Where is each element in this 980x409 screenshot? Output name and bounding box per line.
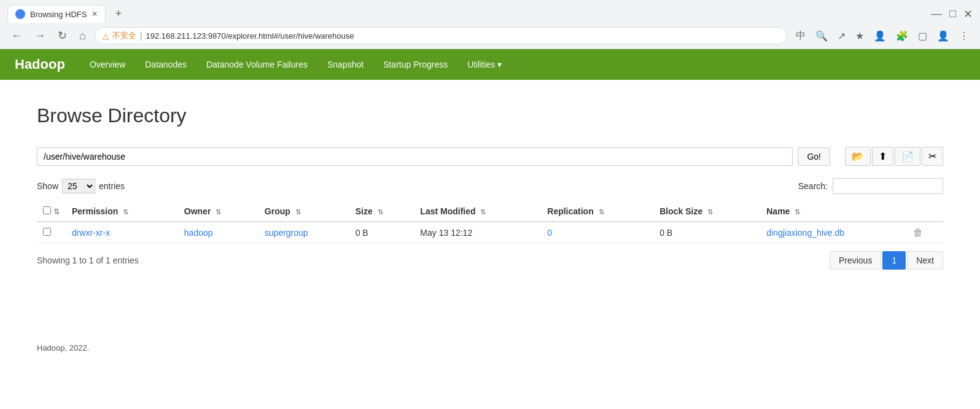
search-input[interactable] <box>833 178 943 194</box>
cell-delete: 🗑 <box>907 222 943 244</box>
extension-icon[interactable]: 🧩 <box>892 28 912 44</box>
cell-group: supergroup <box>259 222 349 244</box>
sort-lastmod-icon[interactable]: ⇅ <box>480 208 486 216</box>
delete-button[interactable]: 🗑 <box>913 227 923 238</box>
open-folder-button[interactable]: 📂 <box>845 147 871 166</box>
table-controls: Show 10 25 50 100 entries Search: <box>37 178 943 194</box>
show-label: Show <box>37 181 58 191</box>
address-bar[interactable]: △ 不安全 | 192.168.211.123:9870/explorer.ht… <box>95 27 787 44</box>
tab-title: Browsing HDFS <box>30 10 87 19</box>
sort-size-icon[interactable]: ⇅ <box>378 208 383 216</box>
cell-name: dingjiaxiong_hive.db <box>760 222 907 244</box>
nav-item-datanodes[interactable]: Datanodes <box>135 51 196 78</box>
search-label: Search: <box>798 181 828 191</box>
cell-last-modified: May 13 12:12 <box>414 222 541 244</box>
close-window-button[interactable]: ✕ <box>963 7 973 21</box>
menu-button[interactable]: ⋮ <box>955 28 973 44</box>
title-bar: Browsing HDFS × + — □ ✕ <box>0 0 980 23</box>
tab-favicon <box>15 9 25 19</box>
address-separator: | <box>140 31 142 41</box>
col-permission: Permission ⇅ <box>66 201 178 222</box>
cell-replication: 0 <box>541 222 653 244</box>
browser-tab[interactable]: Browsing HDFS × <box>7 5 106 23</box>
toolbar-icons: 中 🔍 ↗ ★ 👤 🧩 ▢ 👤 ⋮ <box>792 27 973 45</box>
profile-icon[interactable]: 👤 <box>870 28 890 44</box>
sort-replication-icon[interactable]: ⇅ <box>599 208 604 216</box>
hadoop-navbar: Hadoop Overview Datanodes Datanode Volum… <box>0 49 980 80</box>
cell-block-size: 0 B <box>653 222 760 244</box>
main-content: Browse Directory Go! 📂 ⬆ 📄 ✂ Show 10 25 … <box>0 80 980 294</box>
go-button[interactable]: Go! <box>798 147 830 166</box>
hadoop-brand[interactable]: Hadoop <box>15 56 65 72</box>
table-footer: Showing 1 to 1 of 1 entries Previous 1 N… <box>37 251 943 270</box>
permission-link[interactable]: drwxr-xr-x <box>72 228 110 238</box>
security-warning-text: 不安全 <box>112 30 136 41</box>
nav-item-overview[interactable]: Overview <box>80 51 135 78</box>
show-entries: Show 10 25 50 100 entries <box>37 179 125 193</box>
sidebar-icon[interactable]: ▢ <box>914 28 931 44</box>
page-title: Browse Directory <box>37 104 943 127</box>
nav-item-utilities[interactable]: Utilities ▾ <box>457 51 511 78</box>
window-controls: — □ ✕ <box>931 7 973 21</box>
name-link[interactable]: dingjiaxiong_hive.db <box>766 228 844 238</box>
col-name: Name ⇅ <box>760 201 907 222</box>
nav-items: Overview Datanodes Datanode Volume Failu… <box>80 51 511 78</box>
minimize-button[interactable]: — <box>931 7 942 20</box>
search-box: Search: <box>798 178 943 194</box>
upload-button[interactable]: ⬆ <box>872 147 893 166</box>
forward-button[interactable]: → <box>31 27 49 45</box>
browser-chrome: Browsing HDFS × + — □ ✕ ← → ↻ ⌂ △ 不安全 | … <box>0 0 980 49</box>
col-group: Group ⇅ <box>259 201 349 222</box>
share-icon[interactable]: ↗ <box>834 28 849 44</box>
row-checkbox[interactable] <box>43 228 51 236</box>
close-tab-button[interactable]: × <box>91 9 97 19</box>
col-owner: Owner ⇅ <box>178 201 259 222</box>
new-tab-button[interactable]: + <box>111 5 127 23</box>
directory-table: ⇅ Permission ⇅ Owner ⇅ Group ⇅ Size ⇅ <box>37 201 943 244</box>
owner-link[interactable]: hadoop <box>184 228 213 238</box>
table-row: drwxr-xr-x hadoop supergroup 0 B May 13 … <box>37 222 943 244</box>
security-warning-icon: △ <box>103 31 109 41</box>
reload-button[interactable]: ↻ <box>54 26 71 45</box>
nav-item-startup-progress[interactable]: Startup Progress <box>373 51 457 78</box>
next-button[interactable]: Next <box>907 251 943 270</box>
sort-blocksize-icon[interactable]: ⇅ <box>707 208 713 216</box>
sort-permission-icon[interactable]: ⇅ <box>123 208 128 216</box>
cell-permission: drwxr-xr-x <box>66 222 178 244</box>
back-button[interactable]: ← <box>7 27 26 45</box>
replication-link[interactable]: 0 <box>547 228 552 238</box>
showing-text: Showing 1 to 1 of 1 entries <box>37 255 139 265</box>
sort-owner-icon[interactable]: ⇅ <box>216 208 221 216</box>
footer-text: Hadoop, 2022. <box>37 343 89 353</box>
search-icon[interactable]: 🔍 <box>812 28 831 44</box>
sort-name-icon[interactable]: ⇅ <box>795 208 800 216</box>
entries-select[interactable]: 10 25 50 100 <box>62 179 95 193</box>
page-1-button[interactable]: 1 <box>882 251 906 270</box>
site-footer: Hadoop, 2022. <box>0 331 980 365</box>
select-all-checkbox[interactable] <box>43 206 51 214</box>
col-block-size: Block Size ⇅ <box>653 201 760 222</box>
path-row: Go! 📂 ⬆ 📄 ✂ <box>37 147 943 166</box>
action-buttons: 📂 ⬆ 📄 ✂ <box>845 147 943 166</box>
pagination: Previous 1 Next <box>830 251 943 270</box>
group-link[interactable]: supergroup <box>265 228 308 238</box>
nav-item-dv-failures[interactable]: Datanode Volume Failures <box>196 51 317 78</box>
sort-group-icon[interactable]: ⇅ <box>295 208 301 216</box>
col-last-modified: Last Modified ⇅ <box>414 201 541 222</box>
new-file-button[interactable]: 📄 <box>895 147 920 166</box>
address-text[interactable]: 192.168.211.123:9870/explorer.html#/user… <box>146 31 779 41</box>
user-avatar[interactable]: 👤 <box>933 28 953 44</box>
move-button[interactable]: ✂ <box>922 147 943 166</box>
browser-toolbar: ← → ↻ ⌂ △ 不安全 | 192.168.211.123:9870/exp… <box>0 23 980 49</box>
previous-button[interactable]: Previous <box>830 251 881 270</box>
maximize-button[interactable]: □ <box>949 7 956 20</box>
cell-size: 0 B <box>349 222 414 244</box>
path-input[interactable] <box>37 147 793 166</box>
translate-icon[interactable]: 中 <box>792 27 809 45</box>
cell-owner: hadoop <box>178 222 259 244</box>
col-size: Size ⇅ <box>349 201 414 222</box>
col-replication: Replication ⇅ <box>541 201 653 222</box>
bookmark-icon[interactable]: ★ <box>852 28 868 44</box>
nav-item-snapshot[interactable]: Snapshot <box>317 51 373 78</box>
home-button[interactable]: ⌂ <box>76 27 90 45</box>
